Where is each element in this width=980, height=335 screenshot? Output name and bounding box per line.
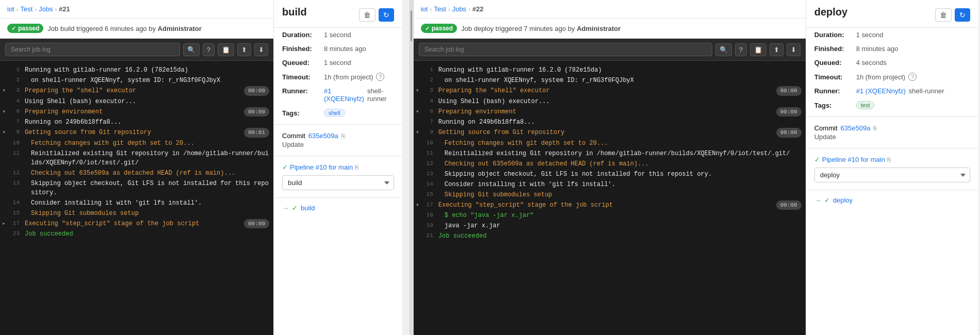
left-pipeline-section: ✓ Pipeline #10 for main ⎘ build <box>274 160 402 193</box>
left-help-button[interactable]: ? <box>203 43 215 56</box>
line-number: 19 <box>423 221 438 230</box>
time-badge: 00:00 <box>244 107 269 117</box>
time-badge: 00:01 <box>244 128 269 138</box>
log-line: ▾3Preparing the "shell" executor00:00 <box>414 86 806 96</box>
left-status-text: Job build triggered 6 minutes ago by Adm… <box>47 25 201 32</box>
log-toggle[interactable]: ▾ <box>2 128 9 137</box>
right-commit-hash[interactable]: 635e509a <box>841 124 871 132</box>
left-finished-value: 8 minutes ago <box>324 45 366 53</box>
right-pipeline-link[interactable]: Pipeline #10 for main <box>822 156 885 163</box>
right-pipeline-dropdown[interactable]: deploy <box>814 167 970 182</box>
log-line: ▾17Executing "step_script" stage of the … <box>414 200 806 211</box>
right-arrow-icon: → <box>814 196 821 204</box>
log-text: Consider installing it with 'git lfs ins… <box>438 180 802 189</box>
right-log-section: iot › Test › Jobs › #22 passed Job deplo… <box>414 0 806 335</box>
left-duration-row: Duration: 1 second <box>274 28 402 42</box>
right-job-link[interactable]: → ✓ deploy <box>806 194 978 206</box>
left-pipeline-title: ✓ Pipeline #10 for main ⎘ <box>282 163 394 171</box>
left-pipeline-check-icon: ✓ <box>282 163 288 171</box>
line-number: 1 <box>9 65 25 74</box>
log-text: Getting source from Git repository <box>25 128 240 137</box>
left-pipeline-dropdown[interactable]: build <box>282 175 394 190</box>
right-help-button[interactable]: ? <box>735 43 747 56</box>
log-line: 4Using Shell (bash) executor... <box>0 96 273 107</box>
right-pipeline-section: ✓ Pipeline #10 for main ⎘ deploy <box>806 153 978 186</box>
left-commit-hash[interactable]: 635e509a <box>308 132 338 140</box>
log-toggle[interactable]: ▾ <box>2 107 9 116</box>
right-duration-value: 1 second <box>856 31 884 39</box>
right-copy-pipeline-icon[interactable]: ⎘ <box>887 156 891 163</box>
left-retry-button[interactable]: ↻ <box>379 8 394 22</box>
right-panel: iot › Test › Jobs › #22 passed Job deplo… <box>414 0 980 335</box>
right-commit-line: Commit 635e509a ⎘ <box>814 124 970 132</box>
right-search-input[interactable] <box>419 43 712 56</box>
left-finished-row: Finished: 8 minutes ago <box>274 42 402 56</box>
breadcrumb-jobs-left[interactable]: Jobs <box>39 5 53 13</box>
breadcrumb-iot-right[interactable]: iot <box>421 5 428 13</box>
left-copy-button[interactable]: 📋 <box>218 43 234 56</box>
right-timeout-row: Timeout: 1h (from project) ? <box>806 70 978 84</box>
log-toggle[interactable]: ▾ <box>416 200 423 210</box>
left-search-input[interactable] <box>5 43 180 56</box>
left-scroll-down-button[interactable]: ⬇ <box>254 43 268 56</box>
left-sidebar-actions: 🗑 ↻ <box>359 8 394 22</box>
right-log-area: 1Running with gitlab-runner 16.2.0 (782e… <box>414 61 806 335</box>
breadcrumb-test-left[interactable]: Test <box>20 5 32 13</box>
left-queued-value: 1 second <box>324 59 351 66</box>
log-line: ▾6Preparing environment00:00 <box>414 107 806 118</box>
line-number: 10 <box>423 139 438 147</box>
right-job-check-icon: ✓ <box>824 196 830 204</box>
left-sidebar-title: build <box>282 6 307 18</box>
right-finished-value: 8 minutes ago <box>856 45 899 53</box>
left-pipeline-link[interactable]: Pipeline #10 for main <box>290 163 353 171</box>
right-runner-link[interactable]: #1 (XQEENnyfz) <box>856 87 906 95</box>
right-search-button[interactable]: 🔍 <box>715 43 732 56</box>
left-job-link[interactable]: → ✓ build <box>274 202 402 214</box>
right-pipeline-title: ✓ Pipeline #10 for main ⎘ <box>814 156 970 163</box>
log-text: Executing "step_script" stage of the job… <box>438 200 772 210</box>
left-scroll-up-button[interactable]: ⬆ <box>237 43 251 56</box>
scrollbar-thumb[interactable] <box>411 10 412 41</box>
log-toggle[interactable]: ▾ <box>416 107 423 116</box>
log-toggle[interactable]: ▸ <box>2 219 9 228</box>
log-toggle[interactable]: ▾ <box>416 86 423 95</box>
breadcrumb-test-right[interactable]: Test <box>434 5 446 13</box>
right-delete-button[interactable]: 🗑 <box>935 8 952 22</box>
left-timeout-info-icon[interactable]: ? <box>376 73 384 81</box>
log-line: 11Reinitialized existing Git repository … <box>0 148 273 168</box>
log-text: Fetching changes with git depth set to 2… <box>25 139 269 148</box>
log-line: 7Running on 249b6b18ffa8... <box>414 117 806 127</box>
time-badge: 00:00 <box>776 128 802 138</box>
log-line: 19java -jar x.jar <box>414 221 806 231</box>
right-scroll-up-button[interactable]: ⬆ <box>770 43 783 56</box>
right-scroll-down-button[interactable]: ⬇ <box>787 43 801 56</box>
log-toggle[interactable]: ▾ <box>416 128 423 137</box>
breadcrumb-jobs-right[interactable]: Jobs <box>452 5 466 13</box>
time-badge: 00:00 <box>776 200 802 210</box>
right-search-toolbar: 🔍 ? 📋 ⬆ ⬇ <box>414 39 806 61</box>
left-delete-button[interactable]: 🗑 <box>359 8 375 22</box>
left-copy-pipeline-icon[interactable]: ⎘ <box>355 164 358 171</box>
right-queued-row: Queued: 4 seconds <box>806 56 978 70</box>
right-sidebar-top-bar: deploy 🗑 ↻ <box>806 0 978 28</box>
breadcrumb-iot-left[interactable]: iot <box>7 5 14 13</box>
time-badge: 00:00 <box>776 107 802 117</box>
right-copy-button[interactable]: 📋 <box>750 43 766 56</box>
right-timeout-info-icon[interactable]: ? <box>908 73 917 81</box>
left-runner-link[interactable]: #1 (XQEENnyfz) <box>324 87 364 103</box>
right-copy-commit-icon[interactable]: ⎘ <box>873 125 877 132</box>
right-retry-button[interactable]: ↻ <box>955 8 970 22</box>
log-toggle[interactable]: ▾ <box>2 86 9 95</box>
line-number: 11 <box>423 149 438 158</box>
left-search-button[interactable]: 🔍 <box>183 43 200 56</box>
right-duration-row: Duration: 1 second <box>806 28 978 42</box>
right-finished-row: Finished: 8 minutes ago <box>806 42 978 56</box>
right-admin-name: Administrator <box>577 25 620 32</box>
left-panel: iot › Test › Jobs › #21 passed Job build… <box>0 0 410 335</box>
app-container: iot › Test › Jobs › #21 passed Job build… <box>0 0 980 335</box>
log-line: 7Running on 249b6b18ffa8... <box>0 117 273 127</box>
log-line: 23Job succeeded <box>0 229 273 239</box>
log-text: Skipping Git submodules setup <box>438 190 802 199</box>
line-number: 13 <box>9 179 25 188</box>
left-copy-commit-icon[interactable]: ⎘ <box>341 132 345 140</box>
